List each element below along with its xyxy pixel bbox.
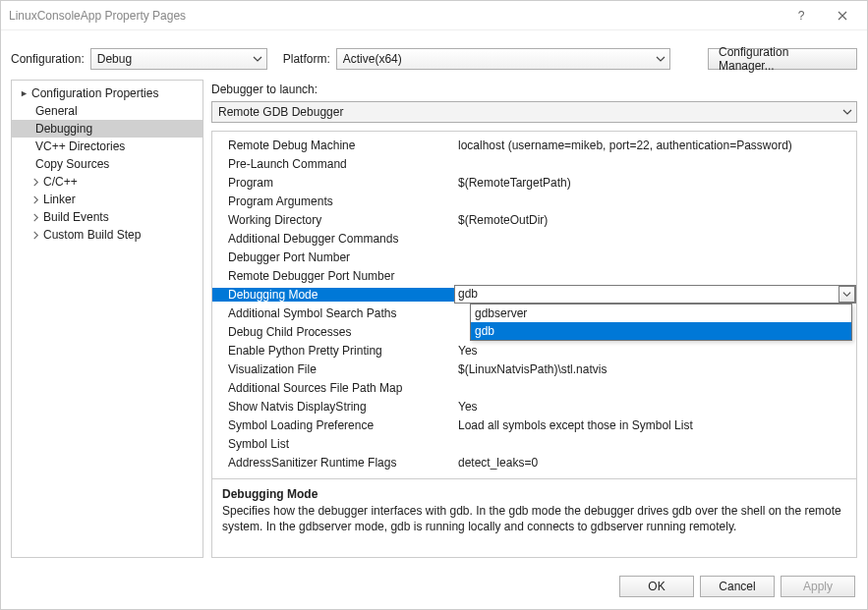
tree-root[interactable]: Configuration Properties — [12, 84, 203, 102]
platform-label: Platform: — [283, 52, 330, 66]
dropdown-list[interactable]: gdbservergdb — [470, 304, 852, 341]
tree-item-label: Linker — [43, 193, 76, 206]
tree-item-copy-sources[interactable]: Copy Sources — [12, 155, 203, 173]
property-grid: Remote Debug Machinelocalhost (username=… — [211, 131, 857, 558]
debugger-launch-combo[interactable]: Remote GDB Debugger — [211, 101, 857, 123]
debugger-launch-label: Debugger to launch: — [211, 80, 857, 97]
description-panel: Debugging Mode Specifies how the debugge… — [212, 478, 856, 557]
caret-down-icon — [18, 89, 29, 98]
property-label: Symbol List — [212, 437, 454, 451]
property-row[interactable]: Pre-Launch Command — [212, 154, 856, 173]
property-row[interactable]: Enable Python Pretty PrintingYes — [212, 341, 856, 360]
tree-item-label: Copy Sources — [35, 157, 109, 171]
property-row[interactable]: Show Natvis DisplayStringYes — [212, 397, 856, 416]
debugger-launch-value: Remote GDB Debugger — [218, 105, 343, 119]
property-label: Additional Sources File Path Map — [212, 381, 454, 395]
property-label: Program — [212, 176, 454, 190]
configuration-label: Configuration: — [11, 52, 85, 66]
property-label: Program Arguments — [212, 194, 454, 208]
property-value[interactable]: Load all symbols except those in Symbol … — [454, 418, 856, 432]
property-value[interactable]: detect_leaks=0 — [454, 456, 856, 470]
caret-right-icon — [29, 213, 41, 222]
titlebar: LinuxConsoleApp Property Pages ? — [1, 1, 867, 30]
property-value[interactable]: Yes — [454, 400, 856, 414]
property-row[interactable]: Program Arguments — [212, 192, 856, 210]
dropdown-option[interactable]: gdbserver — [471, 305, 851, 322]
property-label: Working Directory — [212, 213, 454, 227]
property-label: Debugger Port Number — [212, 250, 454, 264]
tree-item-label: C/C++ — [43, 175, 78, 189]
property-pages-window: LinuxConsoleApp Property Pages ? Configu… — [0, 0, 868, 610]
window-title: LinuxConsoleApp Property Pages — [9, 9, 784, 23]
property-value[interactable]: gdb — [454, 285, 856, 304]
dropdown-option[interactable]: gdb — [471, 322, 851, 340]
property-grid-body: Remote Debug Machinelocalhost (username=… — [212, 132, 856, 478]
property-row[interactable]: Symbol List — [212, 434, 856, 453]
property-label: Visualization File — [212, 362, 454, 376]
chevron-down-icon — [842, 106, 852, 120]
tree-item-general[interactable]: General — [12, 102, 203, 120]
tree-panel: Configuration Properties GeneralDebuggin… — [11, 80, 203, 558]
chevron-down-icon — [656, 53, 665, 67]
tree-item-build-events[interactable]: Build Events — [12, 208, 203, 226]
tree-item-linker[interactable]: Linker — [12, 191, 203, 208]
tree-item-c-c-[interactable]: C/C++ — [12, 173, 203, 191]
property-row[interactable]: Additional Debugger Commands — [212, 229, 856, 248]
cancel-button[interactable]: Cancel — [700, 576, 775, 597]
property-label: Debug Child Processes — [212, 325, 454, 339]
tree-item-custom-build-step[interactable]: Custom Build Step — [12, 226, 203, 244]
tree-item-label: General — [35, 104, 78, 118]
ok-button[interactable]: OK — [619, 576, 694, 597]
property-value[interactable]: $(RemoteOutDir) — [454, 213, 856, 227]
property-label: Show Natvis DisplayString — [212, 400, 454, 414]
configuration-value: Debug — [97, 52, 132, 66]
description-text: Specifies how the debugger interfaces wi… — [222, 503, 846, 534]
property-label: Additional Symbol Search Paths — [212, 306, 454, 320]
property-row[interactable]: Working Directory$(RemoteOutDir) — [212, 210, 856, 229]
description-title: Debugging Mode — [222, 487, 846, 501]
main-area: Configuration Properties GeneralDebuggin… — [1, 80, 867, 566]
property-row[interactable]: Symbol Loading PreferenceLoad all symbol… — [212, 416, 856, 434]
tree-item-debugging[interactable]: Debugging — [12, 120, 203, 138]
property-row[interactable]: Visualization File$(LinuxNatvisPath)\stl… — [212, 360, 856, 378]
dialog-buttons: OK Cancel Apply — [1, 566, 867, 609]
property-value[interactable]: localhost (username=mikeb, port=22, auth… — [454, 139, 856, 152]
property-value[interactable]: $(LinuxNatvisPath)\stl.natvis — [454, 362, 856, 376]
property-row[interactable]: Additional Sources File Path Map — [212, 378, 856, 397]
property-label: Remote Debug Machine — [212, 139, 454, 152]
tree-item-label: Build Events — [43, 210, 109, 224]
property-row[interactable]: Program$(RemoteTargetPath) — [212, 173, 856, 192]
property-label: Enable Python Pretty Printing — [212, 344, 454, 358]
close-icon[interactable] — [826, 5, 859, 27]
property-label: AddressSanitizer Runtime Flags — [212, 456, 454, 470]
tree-item-label: Debugging — [35, 122, 92, 136]
property-value[interactable]: $(RemoteTargetPath) — [454, 176, 856, 190]
property-label: Symbol Loading Preference — [212, 418, 454, 432]
right-panel: Debugger to launch: Remote GDB Debugger … — [211, 80, 857, 558]
property-row[interactable]: AddressSanitizer Runtime Flagsdetect_lea… — [212, 453, 856, 471]
dropdown-button[interactable] — [839, 286, 855, 303]
caret-right-icon — [29, 231, 41, 240]
configuration-combo[interactable]: Debug — [90, 48, 267, 70]
property-row[interactable]: Debugging Modegdb — [212, 285, 856, 304]
tree-item-vc-directories[interactable]: VC++ Directories — [12, 138, 203, 155]
property-value[interactable]: Yes — [454, 344, 856, 358]
caret-right-icon — [29, 195, 41, 204]
property-row[interactable]: Debugger Port Number — [212, 248, 856, 266]
configuration-manager-button[interactable]: Configuration Manager... — [708, 48, 857, 70]
property-label: Remote Debugger Port Number — [212, 269, 454, 283]
chevron-down-icon — [253, 53, 262, 67]
caret-right-icon — [29, 178, 41, 187]
platform-value: Active(x64) — [343, 52, 402, 66]
apply-button[interactable]: Apply — [781, 576, 855, 597]
property-row[interactable]: Remote Debugger Port Number — [212, 266, 856, 285]
tree-item-label: Custom Build Step — [43, 228, 141, 242]
platform-combo[interactable]: Active(x64) — [336, 48, 670, 70]
property-label: Pre-Launch Command — [212, 157, 454, 171]
help-icon[interactable]: ? — [784, 5, 818, 27]
config-row: Configuration: Debug Platform: Active(x6… — [1, 30, 867, 80]
tree-item-label: VC++ Directories — [35, 139, 125, 153]
property-row[interactable]: Remote Debug Machinelocalhost (username=… — [212, 136, 856, 154]
window-buttons: ? — [784, 5, 859, 27]
property-label: Debugging Mode — [212, 288, 454, 302]
